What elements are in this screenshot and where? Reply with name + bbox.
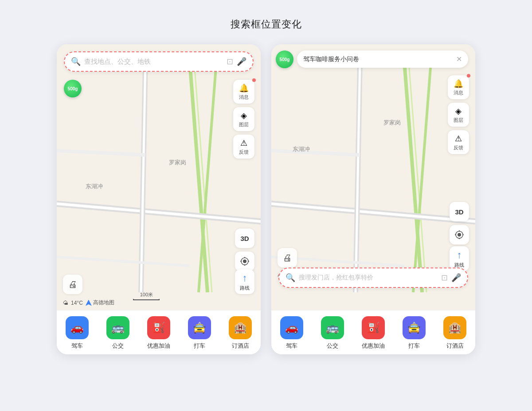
print-icon-1: 🖨 bbox=[68, 279, 77, 290]
gaode-text-1: 高德地图 bbox=[93, 299, 114, 306]
scan-icon-2[interactable]: ⊡ bbox=[441, 273, 448, 283]
layer-icon-2: ◈ bbox=[455, 106, 462, 116]
notif-text-2: 驾车咖啡服务小问卷 bbox=[303, 55, 453, 63]
ctrl-loc-1[interactable] bbox=[235, 252, 254, 271]
print-btn-1[interactable]: 🖨 bbox=[63, 275, 82, 294]
right-panel-2: 🔔 消息 ◈ 图层 ⚠ 反馈 bbox=[448, 75, 469, 154]
scale-line-1 bbox=[133, 299, 160, 300]
msg-label-2: 消息 bbox=[454, 89, 463, 96]
nav-gas-1[interactable]: ⛽ 优惠加油 bbox=[141, 316, 176, 350]
svg-line-8 bbox=[57, 257, 190, 266]
notif-dot-1 bbox=[252, 78, 256, 82]
bottom-nav-2: 🚗 驾车 🚌 公交 ⛽ 优惠加油 🚖 打车 🏨 订酒店 bbox=[271, 310, 475, 354]
hotel-label-2: 订酒店 bbox=[446, 342, 464, 350]
layer-btn-2[interactable]: ◈ 图层 bbox=[448, 103, 469, 127]
print-btn-2[interactable]: 🖨 bbox=[278, 248, 297, 268]
feedback-label-1: 反馈 bbox=[239, 149, 249, 155]
feedback-btn-2[interactable]: ⚠ 反馈 bbox=[448, 130, 469, 154]
msg-btn-2[interactable]: 🔔 消息 bbox=[448, 75, 469, 99]
weather-bar-1: 🌤 14°C 高德地图 bbox=[63, 299, 114, 306]
feedback-btn-1[interactable]: ⚠ 反馈 bbox=[233, 135, 254, 159]
drive-icon-2: 🚗 bbox=[280, 316, 303, 339]
msg-btn-1[interactable]: 🔔 消息 bbox=[233, 80, 254, 104]
bell-icon-2: 🔔 bbox=[454, 79, 463, 89]
map-area-1: 东湖冲 罗家岗 🔍 查找地点、公交、地铁 ⊡ 🎤 500g 🔔 消息 bbox=[57, 44, 261, 310]
bus-label-1: 公交 bbox=[112, 342, 124, 350]
drive-label-1: 驾车 bbox=[71, 342, 83, 350]
phone-2: 东湖冲 罗家岗 500g 驾车咖啡服务小问卷 ✕ 🔔 消息 bbox=[271, 44, 475, 354]
feedback-label-2: 反馈 bbox=[454, 144, 463, 151]
search-bar-2[interactable]: 🔍 搜理发门店，抢红包享特价 ⊡ 🎤 bbox=[278, 268, 468, 288]
svg-line-15 bbox=[404, 62, 422, 292]
nav-taxi-2[interactable]: 🚖 打车 bbox=[396, 316, 432, 350]
map-label-luojia-1: 罗家岗 bbox=[169, 159, 186, 167]
msg-label-1: 消息 bbox=[239, 94, 249, 101]
route-arrow-1: ↑ bbox=[243, 272, 247, 284]
layer-label-2: 图层 bbox=[454, 117, 463, 124]
gas-label-1: 优惠加油 bbox=[147, 342, 170, 350]
scan-icon-1[interactable]: ⊡ bbox=[227, 57, 233, 66]
hotel-icon-1: 🏨 bbox=[229, 316, 252, 339]
bottom-nav-1: 🚗 驾车 🚌 公交 ⛽ 优惠加油 🚖 打车 🏨 订酒店 bbox=[57, 310, 261, 354]
mic-icon-1[interactable]: 🎤 bbox=[237, 57, 246, 66]
hotel-label-1: 订酒店 bbox=[232, 342, 249, 350]
nav-gas-2[interactable]: ⛽ 优惠加油 bbox=[356, 316, 391, 350]
ctrl-route-1[interactable]: ↑ 路线 bbox=[235, 269, 254, 294]
gas-icon-1: ⛽ bbox=[147, 316, 170, 339]
taxi-icon-2: 🚖 bbox=[403, 316, 426, 339]
drive-label-2: 驾车 bbox=[286, 342, 297, 350]
feedback-icon-2: ⚠ bbox=[455, 134, 462, 143]
taxi-icon-1: 🚖 bbox=[188, 316, 211, 339]
map-label-luojia-2: 罗家岗 bbox=[383, 119, 401, 127]
search-bar-1[interactable]: 🔍 查找地点、公交、地铁 ⊡ 🎤 bbox=[64, 51, 254, 72]
nav-bus-2[interactable]: 🚌 公交 bbox=[315, 316, 350, 350]
layer-icon-1: ◈ bbox=[241, 111, 247, 120]
svg-line-4 bbox=[57, 204, 261, 221]
map-label-donghu-2: 东湖冲 bbox=[293, 145, 310, 153]
svg-line-0 bbox=[190, 62, 207, 292]
nav-bus-1[interactable]: 🚌 公交 bbox=[100, 316, 136, 350]
scale-text-1: 100米 bbox=[140, 291, 153, 298]
svg-line-22 bbox=[271, 151, 360, 155]
temp-1: 14°C bbox=[71, 300, 83, 306]
ctrl-3d-2[interactable]: 3D bbox=[450, 202, 469, 221]
nav-hotel-1[interactable]: 🏨 订酒店 bbox=[223, 316, 258, 350]
map-label-donghu-1: 东湖冲 bbox=[86, 182, 103, 190]
badge-500-2[interactable]: 500g bbox=[276, 50, 293, 68]
badge-500-1[interactable]: 500g bbox=[64, 80, 82, 97]
close-btn-2[interactable]: ✕ bbox=[456, 55, 462, 63]
gas-icon-2: ⛽ bbox=[362, 316, 385, 339]
bus-icon-1: 🚌 bbox=[106, 316, 129, 339]
notif-dot-2 bbox=[467, 74, 470, 78]
ctrl-3d-1[interactable]: 3D bbox=[235, 229, 254, 248]
bus-icon-2: 🚌 bbox=[321, 316, 344, 339]
gas-label-2: 优惠加油 bbox=[362, 342, 385, 350]
svg-point-9 bbox=[243, 260, 246, 263]
search-placeholder-1: 查找地点、公交、地铁 bbox=[84, 58, 223, 66]
map-area-2: 东湖冲 罗家岗 500g 驾车咖啡服务小问卷 ✕ 🔔 消息 bbox=[271, 44, 475, 310]
taxi-label-1: 打车 bbox=[194, 342, 205, 350]
phones-container: 东湖冲 罗家岗 🔍 查找地点、公交、地铁 ⊡ 🎤 500g 🔔 消息 bbox=[57, 44, 475, 354]
nav-hotel-2[interactable]: 🏨 订酒店 bbox=[437, 316, 473, 350]
taxi-label-2: 打车 bbox=[408, 342, 420, 350]
print-icon-2: 🖨 bbox=[283, 253, 292, 263]
layer-btn-1[interactable]: ◈ 图层 bbox=[233, 107, 254, 131]
scale-bar-1: 100米 bbox=[133, 291, 160, 300]
ctrl-loc-2[interactable] bbox=[450, 225, 469, 244]
nav-taxi-1[interactable]: 🚖 打车 bbox=[182, 316, 217, 350]
route-label-1: 路线 bbox=[240, 285, 250, 291]
search-icon-1: 🔍 bbox=[71, 57, 81, 66]
notif-bar-2[interactable]: 驾车咖啡服务小问卷 ✕ bbox=[297, 50, 468, 68]
feedback-icon-1: ⚠ bbox=[240, 138, 247, 148]
nav-drive-1[interactable]: 🚗 驾车 bbox=[59, 316, 95, 350]
svg-line-2 bbox=[199, 62, 216, 292]
nav-drive-2[interactable]: 🚗 驾车 bbox=[274, 316, 309, 350]
right-panel-1: 🔔 消息 ◈ 图层 ⚠ 反馈 bbox=[233, 80, 254, 159]
svg-line-19 bbox=[271, 204, 475, 221]
bell-icon-1: 🔔 bbox=[239, 83, 249, 93]
svg-line-17 bbox=[413, 62, 431, 292]
sun-icon-1: 🌤 bbox=[63, 300, 68, 306]
gaode-arrow-icon-1 bbox=[86, 300, 92, 306]
mic-icon-2[interactable]: 🎤 bbox=[451, 273, 461, 283]
gaode-logo-1: 高德地图 bbox=[86, 299, 114, 306]
